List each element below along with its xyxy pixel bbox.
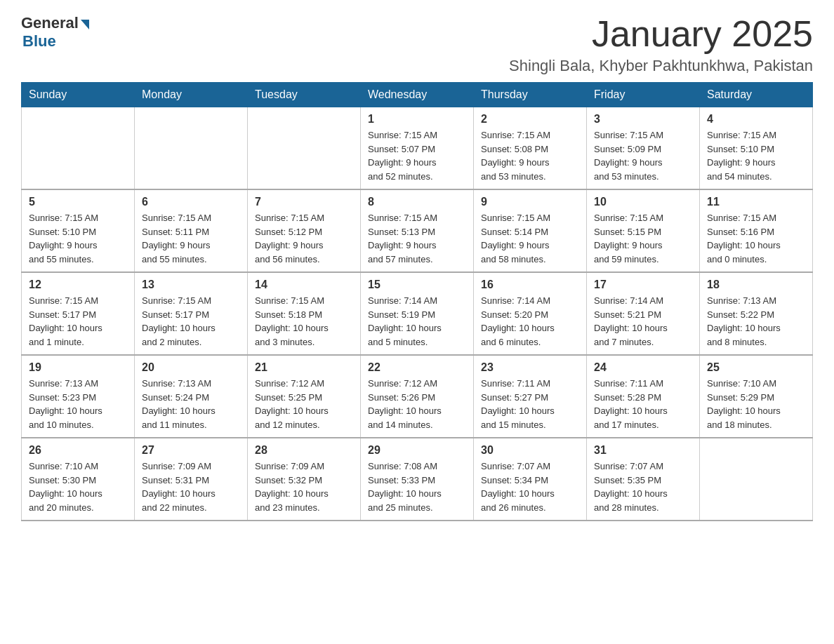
day-number: 6 bbox=[142, 196, 240, 208]
calendar-header-thursday: Thursday bbox=[474, 83, 587, 107]
day-info: Sunrise: 7:09 AMSunset: 5:32 PMDaylight:… bbox=[255, 459, 353, 514]
calendar-cell: 23Sunrise: 7:11 AMSunset: 5:27 PMDayligh… bbox=[474, 355, 587, 438]
calendar-cell: 15Sunrise: 7:14 AMSunset: 5:19 PMDayligh… bbox=[361, 272, 474, 355]
day-number: 17 bbox=[594, 279, 692, 291]
day-info: Sunrise: 7:15 AMSunset: 5:14 PMDaylight:… bbox=[481, 211, 579, 266]
title-block: January 2025 Shingli Bala, Khyber Pakhtu… bbox=[509, 14, 813, 75]
day-number: 10 bbox=[594, 196, 692, 208]
day-number: 20 bbox=[142, 361, 240, 374]
day-info: Sunrise: 7:07 AMSunset: 5:35 PMDaylight:… bbox=[594, 459, 692, 514]
calendar-cell: 22Sunrise: 7:12 AMSunset: 5:26 PMDayligh… bbox=[361, 355, 474, 438]
day-info: Sunrise: 7:15 AMSunset: 5:10 PMDaylight:… bbox=[707, 128, 805, 183]
day-number: 27 bbox=[142, 444, 240, 457]
calendar-cell: 25Sunrise: 7:10 AMSunset: 5:29 PMDayligh… bbox=[700, 355, 813, 438]
calendar-week-1: 1Sunrise: 7:15 AMSunset: 5:07 PMDaylight… bbox=[22, 107, 813, 190]
day-number: 24 bbox=[594, 361, 692, 374]
day-number: 21 bbox=[255, 361, 353, 374]
calendar-cell: 18Sunrise: 7:13 AMSunset: 5:22 PMDayligh… bbox=[700, 272, 813, 355]
day-info: Sunrise: 7:15 AMSunset: 5:10 PMDaylight:… bbox=[29, 211, 127, 266]
calendar-cell: 9Sunrise: 7:15 AMSunset: 5:14 PMDaylight… bbox=[474, 189, 587, 272]
calendar-cell bbox=[22, 107, 135, 190]
day-info: Sunrise: 7:11 AMSunset: 5:28 PMDaylight:… bbox=[594, 377, 692, 431]
day-info: Sunrise: 7:14 AMSunset: 5:19 PMDaylight:… bbox=[368, 294, 466, 349]
day-number: 22 bbox=[368, 361, 466, 374]
day-number: 11 bbox=[707, 196, 805, 208]
calendar-week-2: 5Sunrise: 7:15 AMSunset: 5:10 PMDaylight… bbox=[22, 189, 813, 272]
logo: General Blue bbox=[21, 14, 89, 51]
day-info: Sunrise: 7:13 AMSunset: 5:22 PMDaylight:… bbox=[707, 294, 805, 349]
calendar-header-wednesday: Wednesday bbox=[361, 83, 474, 107]
day-number: 30 bbox=[481, 444, 579, 457]
day-number: 1 bbox=[368, 113, 466, 126]
calendar-cell: 2Sunrise: 7:15 AMSunset: 5:08 PMDaylight… bbox=[474, 107, 587, 190]
logo-general-text: General bbox=[21, 14, 79, 32]
day-number: 12 bbox=[29, 279, 127, 291]
day-info: Sunrise: 7:12 AMSunset: 5:26 PMDaylight:… bbox=[368, 377, 466, 431]
day-info: Sunrise: 7:08 AMSunset: 5:33 PMDaylight:… bbox=[368, 459, 466, 514]
calendar-week-3: 12Sunrise: 7:15 AMSunset: 5:17 PMDayligh… bbox=[22, 272, 813, 355]
location-title: Shingli Bala, Khyber Pakhtunkhwa, Pakist… bbox=[509, 57, 813, 75]
logo-arrow-icon bbox=[81, 20, 89, 29]
day-info: Sunrise: 7:15 AMSunset: 5:16 PMDaylight:… bbox=[707, 211, 805, 266]
day-number: 26 bbox=[29, 444, 127, 457]
calendar-cell: 20Sunrise: 7:13 AMSunset: 5:24 PMDayligh… bbox=[135, 355, 248, 438]
calendar-cell: 30Sunrise: 7:07 AMSunset: 5:34 PMDayligh… bbox=[474, 438, 587, 521]
calendar-week-5: 26Sunrise: 7:10 AMSunset: 5:30 PMDayligh… bbox=[22, 438, 813, 521]
day-info: Sunrise: 7:15 AMSunset: 5:09 PMDaylight:… bbox=[594, 128, 692, 183]
calendar-cell: 7Sunrise: 7:15 AMSunset: 5:12 PMDaylight… bbox=[248, 189, 361, 272]
calendar-cell: 27Sunrise: 7:09 AMSunset: 5:31 PMDayligh… bbox=[135, 438, 248, 521]
logo-blue-text: Blue bbox=[22, 32, 56, 51]
calendar-cell: 11Sunrise: 7:15 AMSunset: 5:16 PMDayligh… bbox=[700, 189, 813, 272]
day-info: Sunrise: 7:11 AMSunset: 5:27 PMDaylight:… bbox=[481, 377, 579, 431]
calendar-cell: 16Sunrise: 7:14 AMSunset: 5:20 PMDayligh… bbox=[474, 272, 587, 355]
day-number: 15 bbox=[368, 279, 466, 291]
calendar-cell: 5Sunrise: 7:15 AMSunset: 5:10 PMDaylight… bbox=[22, 189, 135, 272]
calendar-header-friday: Friday bbox=[587, 83, 700, 107]
calendar-cell: 12Sunrise: 7:15 AMSunset: 5:17 PMDayligh… bbox=[22, 272, 135, 355]
day-number: 5 bbox=[29, 196, 127, 208]
calendar-cell: 28Sunrise: 7:09 AMSunset: 5:32 PMDayligh… bbox=[248, 438, 361, 521]
calendar-table: SundayMondayTuesdayWednesdayThursdayFrid… bbox=[21, 82, 813, 521]
calendar-cell: 17Sunrise: 7:14 AMSunset: 5:21 PMDayligh… bbox=[587, 272, 700, 355]
day-number: 28 bbox=[255, 444, 353, 457]
day-info: Sunrise: 7:13 AMSunset: 5:24 PMDaylight:… bbox=[142, 377, 240, 431]
day-number: 8 bbox=[368, 196, 466, 208]
day-info: Sunrise: 7:15 AMSunset: 5:17 PMDaylight:… bbox=[29, 294, 127, 349]
calendar-cell: 26Sunrise: 7:10 AMSunset: 5:30 PMDayligh… bbox=[22, 438, 135, 521]
calendar-cell bbox=[248, 107, 361, 190]
calendar-header: SundayMondayTuesdayWednesdayThursdayFrid… bbox=[22, 83, 813, 107]
day-number: 7 bbox=[255, 196, 353, 208]
day-info: Sunrise: 7:15 AMSunset: 5:07 PMDaylight:… bbox=[368, 128, 466, 183]
day-number: 9 bbox=[481, 196, 579, 208]
day-info: Sunrise: 7:15 AMSunset: 5:17 PMDaylight:… bbox=[142, 294, 240, 349]
day-info: Sunrise: 7:10 AMSunset: 5:30 PMDaylight:… bbox=[29, 459, 127, 514]
day-info: Sunrise: 7:14 AMSunset: 5:20 PMDaylight:… bbox=[481, 294, 579, 349]
calendar-cell: 29Sunrise: 7:08 AMSunset: 5:33 PMDayligh… bbox=[361, 438, 474, 521]
calendar-cell bbox=[700, 438, 813, 521]
calendar-header-tuesday: Tuesday bbox=[248, 83, 361, 107]
day-info: Sunrise: 7:07 AMSunset: 5:34 PMDaylight:… bbox=[481, 459, 579, 514]
calendar-cell: 19Sunrise: 7:13 AMSunset: 5:23 PMDayligh… bbox=[22, 355, 135, 438]
calendar-cell: 10Sunrise: 7:15 AMSunset: 5:15 PMDayligh… bbox=[587, 189, 700, 272]
month-title: January 2025 bbox=[509, 14, 813, 54]
calendar-cell: 24Sunrise: 7:11 AMSunset: 5:28 PMDayligh… bbox=[587, 355, 700, 438]
calendar-cell: 1Sunrise: 7:15 AMSunset: 5:07 PMDaylight… bbox=[361, 107, 474, 190]
calendar-header-sunday: Sunday bbox=[22, 83, 135, 107]
day-info: Sunrise: 7:15 AMSunset: 5:13 PMDaylight:… bbox=[368, 211, 466, 266]
day-number: 18 bbox=[707, 279, 805, 291]
day-number: 16 bbox=[481, 279, 579, 291]
page-header: General Blue January 2025 Shingli Bala, … bbox=[21, 14, 813, 75]
calendar-header-saturday: Saturday bbox=[700, 83, 813, 107]
day-number: 23 bbox=[481, 361, 579, 374]
calendar-cell: 13Sunrise: 7:15 AMSunset: 5:17 PMDayligh… bbox=[135, 272, 248, 355]
day-info: Sunrise: 7:10 AMSunset: 5:29 PMDaylight:… bbox=[707, 377, 805, 431]
day-number: 4 bbox=[707, 113, 805, 126]
day-number: 13 bbox=[142, 279, 240, 291]
calendar-body: 1Sunrise: 7:15 AMSunset: 5:07 PMDaylight… bbox=[22, 107, 813, 521]
day-info: Sunrise: 7:14 AMSunset: 5:21 PMDaylight:… bbox=[594, 294, 692, 349]
day-number: 14 bbox=[255, 279, 353, 291]
day-info: Sunrise: 7:15 AMSunset: 5:15 PMDaylight:… bbox=[594, 211, 692, 266]
calendar-cell bbox=[135, 107, 248, 190]
day-info: Sunrise: 7:12 AMSunset: 5:25 PMDaylight:… bbox=[255, 377, 353, 431]
calendar-cell: 21Sunrise: 7:12 AMSunset: 5:25 PMDayligh… bbox=[248, 355, 361, 438]
